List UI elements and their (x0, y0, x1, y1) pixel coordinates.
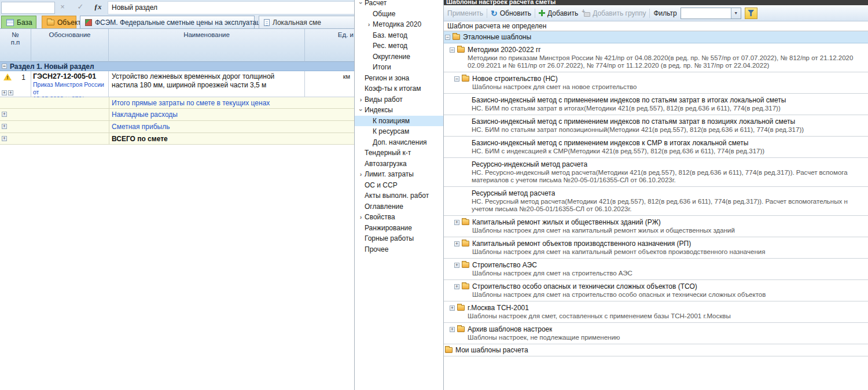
nav-item[interactable]: Итоги (355, 62, 443, 73)
chevron-right-icon[interactable]: › (357, 96, 365, 103)
nav-item[interactable]: ОС и ССР (355, 180, 443, 191)
panel-title: Шаблоны настроек расчета сметы (444, 0, 868, 5)
template-group-row[interactable]: +Архив шаблонов настроекШаблоны настроек… (444, 323, 868, 344)
nav-item[interactable]: ›Виды работ (355, 94, 443, 105)
nav-item[interactable]: К позициям (355, 116, 443, 127)
template-group-row[interactable]: +Капитальный ремонт жилых и общественных… (444, 216, 868, 237)
template-item-row[interactable]: Базисно-индексный метод с применением ин… (444, 137, 868, 158)
refresh-button[interactable]: ↻ Обновить (491, 9, 531, 17)
nav-item[interactable]: ›Методика 2020 (355, 19, 443, 30)
template-group-row[interactable]: −Новое строительство (НС)Шаблоны настрое… (444, 72, 868, 94)
template-group-row[interactable]: −Методики 2020-2022 ггМетодики по приказ… (444, 43, 868, 72)
expand-icon[interactable]: + (8, 90, 13, 95)
name-box-input[interactable] (1, 2, 55, 14)
button-label: Обновить (500, 9, 531, 17)
template-item-row[interactable]: Базисно-индексный метод с применением ин… (444, 94, 868, 115)
nav-item[interactable]: ›Лимит. затраты (355, 169, 443, 180)
expand-icon[interactable]: + (450, 327, 455, 332)
nav-item[interactable]: Акты выполн. работ (355, 190, 443, 201)
expand-icon[interactable]: + (2, 90, 7, 95)
nav-item[interactable]: Горные работы (355, 233, 443, 244)
nav-item[interactable]: Прочее (355, 244, 443, 255)
unit-cell[interactable]: км (305, 71, 355, 97)
tab-base[interactable]: База (1, 16, 36, 28)
nav-item-label: Виды работ (365, 95, 403, 104)
nav-item[interactable]: Ранжирование (355, 223, 443, 234)
nav-item[interactable]: Округление (355, 51, 443, 62)
tab-local-estimate[interactable]: Локальная сме (259, 16, 355, 28)
nav-item[interactable]: Регион и зона (355, 73, 443, 84)
template-group-row[interactable]: +Строительство особо опасных и техническ… (444, 280, 868, 301)
column-header-justification[interactable]: Обоснование (31, 29, 109, 62)
nav-item[interactable]: Баз. метод (355, 30, 443, 41)
chevron-down-icon[interactable]: ▼ (731, 8, 741, 19)
template-item-row[interactable]: Ресурсно-индексный метод расчетаНС. Ресу… (444, 158, 868, 187)
nav-item-label: Рес. метод (373, 42, 407, 50)
collapse-icon[interactable]: − (454, 76, 459, 82)
nav-item[interactable]: ›Расчет (355, 0, 443, 9)
expand-icon[interactable]: + (454, 263, 459, 268)
work-name-cell[interactable]: Устройство лежневых временных дорог толщ… (109, 71, 305, 97)
row-number: 1 (21, 73, 25, 82)
norm-code-note: Приказ Минстроя России от 18.05.2022 №37… (33, 81, 106, 97)
nav-item[interactable]: ›Свойства (355, 212, 443, 223)
refresh-icon: ↻ (491, 10, 498, 17)
nav-item[interactable]: Общие (355, 9, 443, 20)
apply-button[interactable]: Применить (447, 9, 483, 17)
expand-icon[interactable]: + (2, 124, 7, 129)
nav-item[interactable]: Оглавление (355, 201, 443, 212)
confirm-icon[interactable]: ✓ (75, 2, 86, 11)
nav-item-label: Общие (373, 10, 395, 18)
column-header-unit[interactable]: Ед. и (305, 29, 355, 62)
nav-item[interactable]: Тендерный к-т (355, 148, 443, 159)
summary-row[interactable]: + Накладные расходы (0, 109, 355, 121)
expand-icon[interactable]: + (454, 284, 459, 289)
column-header-name[interactable]: Наименование (109, 29, 305, 62)
add-group-button[interactable]: + Добавить группу (582, 9, 646, 17)
chevron-right-icon[interactable]: › (357, 171, 365, 178)
expand-icon[interactable]: + (2, 112, 7, 117)
note-line: Приказ Минстроя России от (33, 81, 106, 95)
formula-input[interactable]: Новый раздел (108, 1, 355, 14)
section-row[interactable]: − Раздел 1. Новый раздел (0, 62, 355, 71)
table-row[interactable]: ! 1 + + ГЭСН27-12-005-01 Приказ Минстроя… (0, 71, 355, 97)
template-group-row[interactable]: −Эталонные шаблоны (444, 31, 868, 43)
add-button[interactable]: Добавить (539, 9, 578, 17)
nav-item[interactable]: Коэф-ты к итогам (355, 83, 443, 94)
expand-icon[interactable]: + (454, 241, 459, 246)
expand-icon[interactable]: + (2, 136, 7, 141)
nav-item[interactable]: Автозагрузка (355, 159, 443, 170)
chevron-right-icon[interactable]: › (365, 21, 373, 28)
summary-row[interactable]: Итого прямые затраты по смете в текущих … (0, 97, 355, 109)
template-group-row[interactable]: +Капитальный ремонт объектов производств… (444, 237, 868, 259)
nav-item[interactable]: Доп. начисления (355, 137, 443, 148)
filter-apply-button[interactable] (745, 8, 757, 19)
cancel-icon[interactable]: × (57, 2, 68, 11)
template-group-row[interactable]: +Строительство АЭСШаблоны настроек для с… (444, 259, 868, 280)
chevron-down-icon[interactable]: › (358, 0, 365, 7)
chevron-down-icon[interactable]: › (358, 106, 365, 114)
nav-item[interactable]: Рес. метод (355, 41, 443, 51)
expand-icon[interactable]: + (454, 220, 459, 225)
tab-fsem-active[interactable]: ФСЭМ. Федеральные сметные цены на эксплу… (80, 16, 255, 28)
tab-label: База (17, 19, 32, 27)
expand-icon[interactable]: + (450, 306, 455, 311)
collapse-icon[interactable]: − (2, 64, 7, 69)
template-item-row[interactable]: Ресурсный метод расчетаНС. Ресурсный мет… (444, 187, 868, 216)
template-group-row[interactable]: Мои шаблоны расчета (444, 344, 868, 356)
template-item-row[interactable]: Базисно-индексный метод с применением ин… (444, 115, 868, 137)
filter-combobox[interactable]: ▼ (681, 8, 741, 19)
nav-item[interactable]: К ресурсам (355, 126, 443, 137)
nav-item[interactable]: ›Индексы (355, 105, 443, 116)
collapse-icon[interactable]: − (445, 35, 450, 40)
justification-cell[interactable]: ГЭСН27-12-005-01 Приказ Минстроя России … (31, 71, 109, 97)
collapse-icon[interactable]: − (450, 47, 455, 53)
summary-row-total[interactable]: + ВСЕГО по смете (0, 133, 355, 145)
column-header-num[interactable]: № п.п (0, 29, 31, 62)
template-group-row[interactable]: +г.Москва ТСН-2001Шаблоны настроек для с… (444, 301, 868, 323)
summary-row[interactable]: + Сметная прибыль (0, 121, 355, 133)
fx-icon[interactable]: ƒx (93, 2, 103, 12)
chevron-right-icon[interactable]: › (357, 214, 365, 220)
tab-objects[interactable]: Объекты (42, 16, 76, 28)
folder-icon (462, 262, 469, 268)
